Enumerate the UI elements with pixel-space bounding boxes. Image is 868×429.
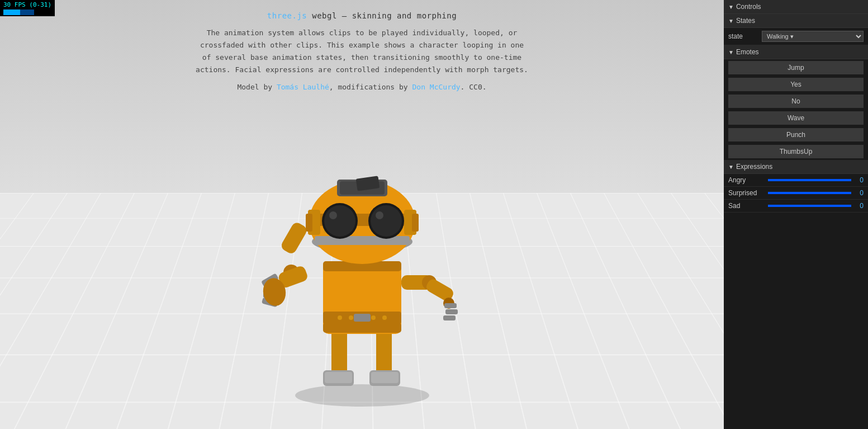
right-panel: ▼ Controls ▼ States state Walking ▾ Idle… — [724, 0, 868, 429]
state-row: state Walking ▾ Idle Running Dance Death… — [724, 28, 868, 45]
expression-sad-row: Sad 0 — [724, 200, 868, 213]
emotes-header[interactable]: ▼ Emotes — [724, 45, 868, 59]
svg-rect-51 — [306, 214, 312, 232]
svg-rect-32 — [445, 309, 458, 314]
expressions-header[interactable]: ▼ Expressions — [724, 160, 868, 174]
expressions-chevron: ▼ — [728, 164, 734, 170]
fps-bar — [3, 10, 34, 15]
emote-yes-button[interactable]: Yes — [728, 78, 864, 91]
surprised-value: 0 — [855, 189, 864, 197]
svg-point-49 — [376, 211, 383, 219]
surprised-slider[interactable] — [768, 192, 851, 194]
controls-title: Controls — [736, 3, 761, 11]
emote-punch-button[interactable]: Punch — [728, 128, 864, 142]
svg-point-11 — [349, 315, 353, 320]
expression-surprised-row: Surprised 0 — [724, 187, 868, 200]
credits-prefix: Model by — [237, 83, 276, 91]
fps-counter: 30 FPS (0-31) — [0, 0, 55, 16]
controls-header[interactable]: ▼ Controls — [724, 0, 868, 14]
states-chevron: ▼ — [728, 18, 734, 24]
desc-line3: of several base animation states, then t… — [202, 53, 521, 62]
emote-jump-button[interactable]: Jump — [728, 61, 864, 74]
svg-rect-17 — [354, 314, 371, 322]
robot-container — [208, 127, 516, 407]
emotes-title: Emotes — [736, 48, 759, 56]
surprised-label: Surprised — [728, 189, 765, 197]
svg-point-45 — [324, 205, 355, 237]
author1-link[interactable]: Tomás Laulhé — [277, 83, 329, 91]
svg-point-14 — [382, 315, 387, 320]
svg-point-46 — [329, 211, 337, 219]
angry-value: 0 — [855, 176, 864, 184]
states-header[interactable]: ▼ States — [724, 14, 868, 28]
svg-rect-16 — [323, 323, 401, 333]
emote-no-button[interactable]: No — [728, 95, 864, 108]
credits-suffix: . CC0. — [461, 83, 487, 91]
svg-rect-3 — [325, 372, 352, 383]
svg-rect-7 — [371, 372, 399, 383]
robot-shadow — [295, 384, 429, 407]
expression-angry-row: Angry 0 — [724, 174, 868, 187]
angry-label: Angry — [728, 176, 765, 184]
desc-line2: crossfaded with other clips. This exampl… — [200, 41, 524, 49]
sad-slider[interactable] — [768, 205, 851, 207]
state-select[interactable]: Walking ▾ Idle Running Dance Death Sitti… — [762, 31, 864, 42]
credits: Model by Tomás Laulhé, modifications by … — [195, 83, 530, 91]
svg-point-48 — [371, 205, 402, 237]
emote-thumbsup-button[interactable]: ThumbsUp — [728, 145, 864, 158]
robot-svg — [208, 127, 516, 407]
emote-wave-button[interactable]: Wave — [728, 111, 864, 125]
angry-slider[interactable] — [768, 179, 851, 181]
author2-link[interactable]: Don McCurdy — [412, 83, 461, 91]
svg-rect-18 — [279, 221, 309, 256]
title-area: three.js webgl – skinning and morphing T… — [195, 11, 530, 91]
svg-rect-33 — [443, 315, 456, 320]
desc-line4: actions. Facial expressions are controll… — [196, 65, 528, 74]
canvas-area: 30 FPS (0-31) three.js webgl – skinning … — [0, 0, 724, 429]
state-label: state — [728, 32, 762, 40]
expressions-title: Expressions — [736, 163, 772, 171]
fps-label: 30 FPS (0-31) — [3, 1, 51, 8]
svg-rect-31 — [444, 303, 457, 308]
svg-rect-53 — [412, 214, 419, 232]
title-suffix: webgl – skinning and morphing — [307, 11, 457, 20]
sad-label: Sad — [728, 202, 765, 210]
svg-point-10 — [338, 315, 342, 320]
emotes-chevron: ▼ — [728, 49, 734, 55]
credits-middle: , modifications by — [329, 83, 412, 91]
description: The animation system allows clips to be … — [195, 27, 530, 76]
threejs-link[interactable]: three.js — [267, 11, 307, 20]
sad-value: 0 — [855, 202, 864, 210]
svg-point-13 — [371, 315, 376, 320]
desc-line1: The animation system allows clips to be … — [207, 29, 518, 37]
fps-bar-inner — [3, 10, 20, 15]
svg-rect-0 — [331, 328, 347, 373]
svg-rect-39 — [315, 236, 410, 245]
controls-chevron: ▼ — [728, 4, 734, 10]
main-title: three.js webgl – skinning and morphing — [195, 11, 530, 20]
states-title: States — [736, 17, 755, 25]
